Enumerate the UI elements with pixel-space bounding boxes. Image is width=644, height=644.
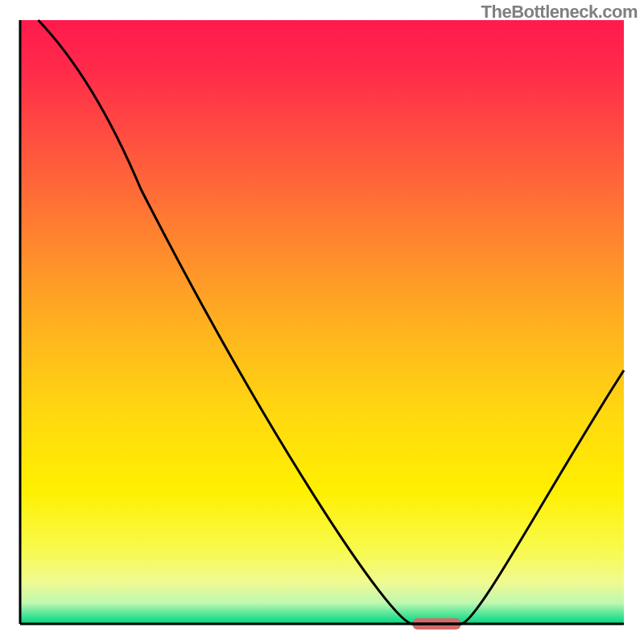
bottleneck-chart: TheBottleneck.com: [0, 0, 644, 644]
plot-background: [20, 20, 624, 624]
chart-svg: [0, 0, 644, 644]
attribution-label: TheBottleneck.com: [481, 2, 638, 23]
